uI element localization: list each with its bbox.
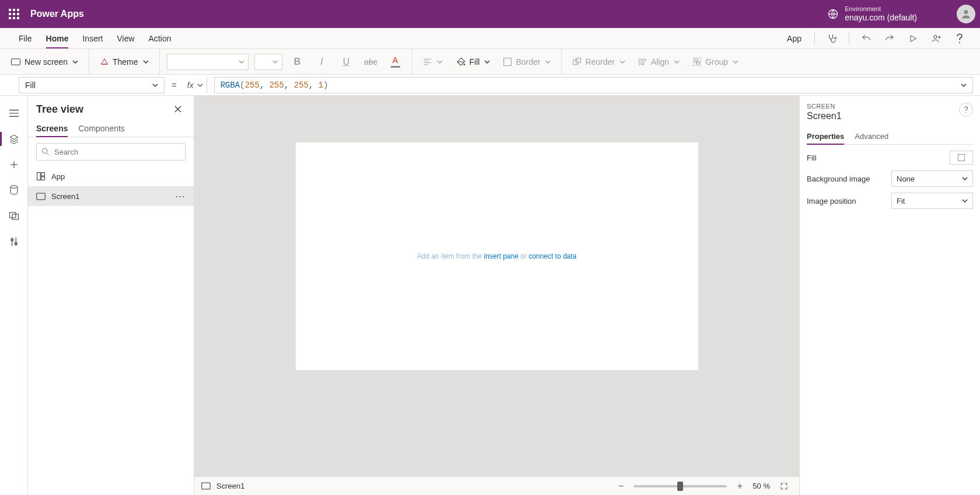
environment-icon: [827, 8, 839, 20]
tree-item-label: Screen1: [51, 192, 79, 201]
layers-icon: [9, 134, 19, 144]
zoom-slider[interactable]: [634, 485, 727, 487]
rail-advanced-button[interactable]: [2, 230, 26, 253]
svg-point-1: [964, 10, 968, 14]
tree-tab-screens[interactable]: Screens: [36, 120, 68, 137]
app-icon: [36, 172, 46, 181]
svg-rect-8: [573, 60, 578, 64]
theme-button[interactable]: Theme: [96, 53, 152, 71]
group-icon: [692, 57, 702, 67]
prop-imgpos-select[interactable]: Fit: [891, 193, 973, 209]
environment-picker[interactable]: Environment enayu.com (default): [827, 5, 917, 23]
tree-tab-components[interactable]: Components: [78, 120, 124, 137]
align-left-icon: [423, 58, 432, 66]
new-screen-button[interactable]: New screen: [7, 53, 82, 71]
chevron-down-icon: [620, 59, 625, 65]
preview-button[interactable]: [903, 29, 923, 48]
paint-bucket-icon: [456, 57, 466, 67]
zoom-in-button[interactable]: +: [733, 481, 747, 491]
menu-tab-file[interactable]: File: [12, 28, 39, 48]
svg-rect-10: [694, 58, 701, 65]
prop-tab-properties[interactable]: Properties: [807, 128, 844, 144]
fill-color-button[interactable]: Fill: [452, 53, 494, 71]
fx-label: fx: [187, 81, 194, 90]
rail-insert-button[interactable]: [2, 153, 26, 176]
chevron-down-icon: [72, 59, 78, 65]
menu-tab-view[interactable]: View: [110, 28, 141, 48]
zoom-thumb[interactable]: [677, 482, 683, 491]
chevron-down-icon: [437, 59, 443, 65]
expand-formula-icon[interactable]: [961, 82, 967, 88]
chevron-down-icon: [272, 59, 278, 65]
group-label: Group: [705, 57, 728, 67]
redo-icon: [884, 33, 895, 44]
border-label: Border: [516, 57, 540, 67]
properties-help-button[interactable]: [959, 103, 973, 117]
theme-label: Theme: [113, 57, 138, 67]
fx-button[interactable]: fx: [184, 77, 207, 93]
screen-icon: [10, 58, 21, 66]
tree-search[interactable]: [36, 143, 186, 161]
zoom-value: 50: [752, 482, 761, 490]
share-button[interactable]: [926, 29, 946, 48]
sliders-icon: [10, 236, 18, 247]
screen-icon: [36, 193, 46, 200]
svg-rect-25: [958, 154, 964, 161]
bold-icon: B: [294, 57, 301, 67]
redo-button[interactable]: [880, 29, 900, 48]
close-icon: [174, 106, 181, 113]
tree-search-input[interactable]: [53, 147, 180, 157]
menu-tab-insert[interactable]: Insert: [75, 28, 110, 48]
insert-pane-link[interactable]: insert pane: [484, 252, 518, 260]
reorder-icon: [572, 57, 582, 67]
connect-data-link[interactable]: connect to data: [528, 252, 576, 260]
tree-item-more-button[interactable]: ···: [176, 192, 186, 201]
strikethrough-button: abc: [362, 53, 380, 71]
svg-rect-21: [41, 177, 45, 180]
formula-input[interactable]: RGBA(255, 255, 255, 1): [214, 77, 973, 93]
person-icon: [960, 8, 972, 20]
app-checker-button[interactable]: [822, 29, 842, 48]
svg-rect-22: [37, 193, 45, 199]
rail-hamburger-button[interactable]: [2, 102, 26, 125]
help-button[interactable]: [950, 29, 970, 48]
menu-tab-home[interactable]: Home: [39, 28, 76, 48]
tree-item-screen1[interactable]: Screen1 ···: [28, 186, 194, 206]
svg-point-13: [10, 186, 18, 189]
fill-label: Fill: [470, 57, 480, 67]
help-icon: [964, 106, 968, 113]
fit-to-window-button[interactable]: [776, 478, 792, 494]
stethoscope-icon: [827, 33, 837, 44]
svg-point-18: [42, 148, 47, 153]
properties-kind: SCREEN: [807, 103, 842, 110]
rail-media-button[interactable]: [2, 204, 26, 228]
chevron-down-icon: [197, 82, 203, 88]
undo-button[interactable]: [856, 29, 876, 48]
prop-tab-advanced[interactable]: Advanced: [855, 128, 888, 144]
chevron-down-icon: [143, 59, 149, 65]
media-icon: [9, 211, 19, 221]
user-avatar[interactable]: [957, 5, 975, 23]
prop-fill-swatch[interactable]: [950, 151, 973, 165]
tree-item-label: App: [51, 172, 65, 181]
menu-tab-action[interactable]: Action: [142, 28, 178, 48]
plus-icon: [9, 159, 19, 170]
svg-rect-5: [12, 58, 20, 65]
zoom-out-button[interactable]: −: [614, 481, 628, 491]
canvas-area: Add an item from the insert pane or conn…: [194, 96, 799, 495]
rail-treeview-button[interactable]: [2, 127, 26, 151]
rail-data-button[interactable]: [2, 179, 26, 202]
tree-view-close-button[interactable]: [170, 102, 186, 117]
svg-rect-9: [576, 58, 581, 62]
prop-bgimage-select[interactable]: None: [891, 170, 973, 187]
chevron-down-icon: [545, 59, 551, 65]
tree-item-app[interactable]: App: [28, 166, 194, 186]
prop-imgpos-value: Fit: [897, 197, 905, 205]
environment-label: Environment: [845, 5, 917, 13]
prop-fill-label: Fill: [807, 154, 817, 162]
app-launcher-button[interactable]: [0, 0, 28, 28]
app-settings-link[interactable]: App: [781, 29, 807, 48]
screen-canvas[interactable]: Add an item from the insert pane or conn…: [296, 142, 698, 370]
hamburger-icon: [9, 109, 19, 117]
property-selector[interactable]: Fill: [19, 77, 164, 93]
